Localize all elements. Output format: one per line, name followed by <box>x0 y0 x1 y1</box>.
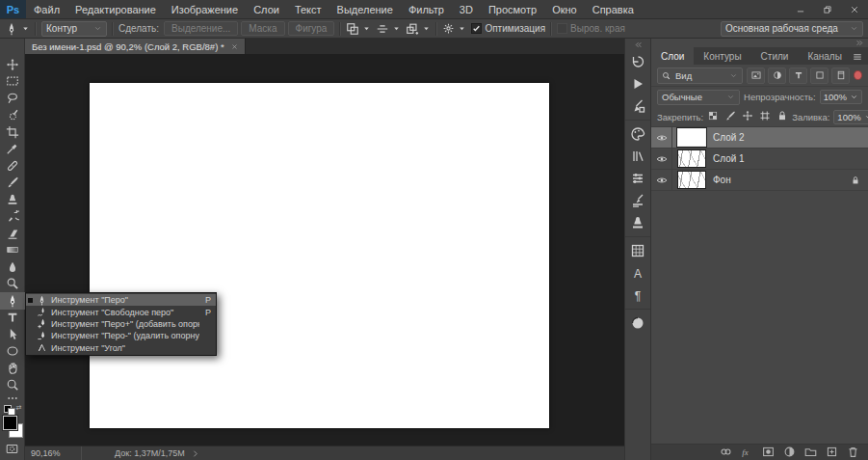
new-group-button[interactable] <box>804 446 817 460</box>
hand-tool[interactable] <box>0 360 25 377</box>
menu-item[interactable]: Окно <box>544 4 585 15</box>
edit-toolbar-button[interactable] <box>0 393 25 403</box>
dodge-tool[interactable] <box>0 276 25 293</box>
adjustments-panel-icon[interactable] <box>625 167 650 189</box>
fill-select[interactable]: 100% <box>833 110 868 124</box>
brush-settings-panel-icon[interactable] <box>625 189 650 211</box>
layer-thumbnail[interactable] <box>677 171 706 189</box>
blend-mode-select[interactable]: Обычные <box>657 90 740 105</box>
layer-row-bg[interactable]: Фон <box>651 170 868 191</box>
swatches-panel-icon[interactable] <box>625 120 650 145</box>
tab-paths[interactable]: Контуры <box>694 47 750 65</box>
menu-item[interactable]: Выделение <box>329 4 401 15</box>
filter-kind-select[interactable]: Вид <box>657 68 743 84</box>
make-button[interactable]: Выделение... <box>164 21 238 36</box>
menu-item[interactable]: 3D <box>452 4 481 15</box>
tab-channels[interactable]: Каналы <box>798 47 852 65</box>
tab-layers[interactable]: Слои <box>651 47 694 65</box>
path-operations-button[interactable] <box>346 22 371 36</box>
brush-tool[interactable] <box>0 175 25 192</box>
shape-tool[interactable] <box>0 343 25 361</box>
blur-tool[interactable] <box>0 258 25 276</box>
collapse-panels-button[interactable] <box>651 39 868 47</box>
actions-panel-icon[interactable] <box>625 72 650 95</box>
filter-smart-object-button[interactable] <box>831 68 850 84</box>
layer-row-2[interactable]: Слой 2 <box>651 127 868 149</box>
opacity-select[interactable]: 100% <box>820 90 862 104</box>
character-panel-icon[interactable]: А <box>625 261 650 284</box>
quick-mask-button[interactable] <box>0 442 25 456</box>
path-selection-tool[interactable] <box>0 326 25 343</box>
document-canvas[interactable] <box>90 83 549 428</box>
add-layer-mask-button[interactable] <box>762 446 775 460</box>
layer-visibility-toggle[interactable] <box>651 170 672 190</box>
paragraph-panel-icon[interactable]: ¶ <box>625 284 650 306</box>
type-tool[interactable] <box>0 310 25 327</box>
freeform-pen-tool-item[interactable]: Инструмент "Свободное перо" P <box>26 306 216 317</box>
lock-image-pixels-button[interactable] <box>724 110 736 123</box>
filter-shape-button[interactable] <box>810 68 829 84</box>
pen-tool-item[interactable]: Инструмент "Перо" P <box>26 294 216 306</box>
layer-thumbnail[interactable] <box>677 128 706 147</box>
pick-mode-select[interactable]: Контур <box>41 21 107 37</box>
layer-filter-toggle[interactable] <box>854 70 862 80</box>
add-anchor-tool-item[interactable]: Инструмент "Перо+" (добавить опорную точ… <box>26 318 216 330</box>
delete-layer-button[interactable] <box>847 446 859 460</box>
move-tool[interactable] <box>0 56 25 73</box>
layer-row-1[interactable]: Слой 1 <box>651 149 868 170</box>
menu-item[interactable]: Редактирование <box>67 4 164 15</box>
document-tab[interactable]: Без имени-1.psd @ 90,2% (Слой 2, RGB/8#)… <box>25 39 246 54</box>
minimize-button[interactable] <box>787 0 814 18</box>
menu-item[interactable]: Фильтр <box>401 4 452 15</box>
menu-item[interactable]: Справка <box>585 4 642 15</box>
clone-stamp-tool[interactable] <box>0 191 25 208</box>
libraries-panel-icon[interactable] <box>625 145 650 167</box>
gradient-tool[interactable] <box>0 242 25 259</box>
tool-presets-panel-icon[interactable] <box>625 95 650 117</box>
brushes-panel-icon[interactable] <box>625 236 650 261</box>
pen-tool[interactable] <box>0 292 25 310</box>
path-alignment-button[interactable] <box>376 22 401 36</box>
layer-visibility-toggle[interactable] <box>651 149 672 169</box>
filter-image-button[interactable] <box>747 68 765 84</box>
lasso-tool[interactable] <box>0 90 25 107</box>
layer-visibility-toggle[interactable] <box>651 127 672 148</box>
lock-position-button[interactable] <box>742 110 753 123</box>
crop-tool[interactable] <box>0 123 25 141</box>
make-button[interactable]: Маска <box>241 21 284 36</box>
menu-item[interactable]: Файл <box>26 4 67 15</box>
navigator-panel-icon[interactable] <box>625 309 650 334</box>
lock-artboard-button[interactable] <box>759 110 771 123</box>
layer-thumbnail[interactable] <box>677 149 706 168</box>
menu-item[interactable]: Слои <box>246 4 287 15</box>
zoom-level-field[interactable]: 90,16% <box>25 446 82 460</box>
menu-item[interactable]: Изображение <box>164 4 246 15</box>
filter-adjustment-button[interactable] <box>768 68 786 84</box>
layer-style-button[interactable]: fx <box>741 446 753 460</box>
panel-menu-button[interactable] <box>852 51 863 65</box>
tab-styles[interactable]: Стили <box>751 47 799 65</box>
filter-type-button[interactable] <box>789 68 807 84</box>
optimize-checkbox[interactable]: Оптимизация <box>471 23 545 34</box>
workspace-select[interactable]: Основная рабочая среда <box>721 21 863 37</box>
spot-healing-brush-tool[interactable] <box>0 157 25 175</box>
make-button[interactable]: Фигура <box>288 21 335 36</box>
path-arrangement-button[interactable] <box>406 22 431 36</box>
lock-transparent-pixels-button[interactable] <box>707 110 719 123</box>
clone-source-panel-icon[interactable] <box>625 211 650 233</box>
expand-panels-button[interactable] <box>625 39 650 50</box>
align-edges-checkbox[interactable]: Выров. края <box>557 23 625 34</box>
zoom-tool[interactable] <box>0 377 25 394</box>
menu-item[interactable]: Просмотр <box>481 4 544 15</box>
history-panel-icon[interactable] <box>625 50 650 72</box>
restore-button[interactable] <box>814 0 841 18</box>
tool-preset-picker[interactable] <box>5 22 30 36</box>
foreground-color-swatch[interactable] <box>3 416 17 430</box>
new-layer-button[interactable] <box>826 446 838 460</box>
link-layers-button[interactable] <box>720 446 732 460</box>
quick-selection-tool[interactable] <box>0 107 25 124</box>
pen-options-gear-button[interactable] <box>442 22 466 35</box>
eraser-tool[interactable] <box>0 225 25 242</box>
close-button[interactable] <box>841 0 868 18</box>
status-options-chevron-icon[interactable] <box>191 449 199 458</box>
